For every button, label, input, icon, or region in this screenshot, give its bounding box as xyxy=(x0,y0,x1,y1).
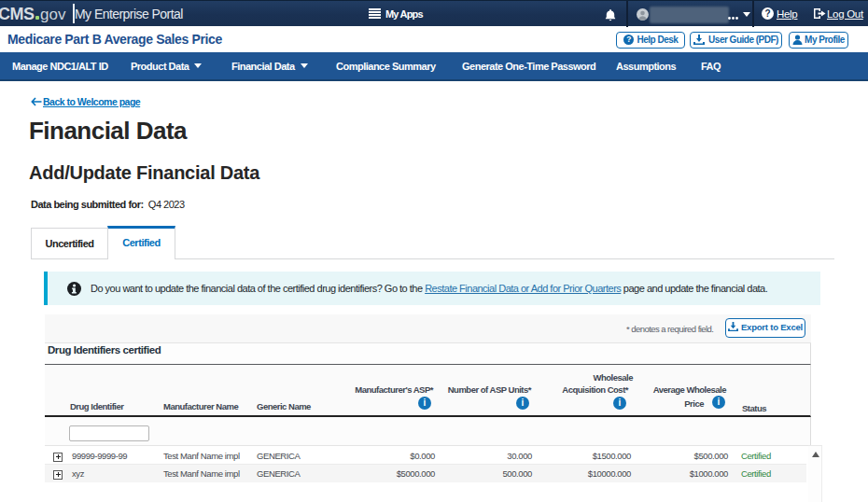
svg-text:?: ? xyxy=(764,8,770,19)
svg-text:?: ? xyxy=(626,35,631,44)
